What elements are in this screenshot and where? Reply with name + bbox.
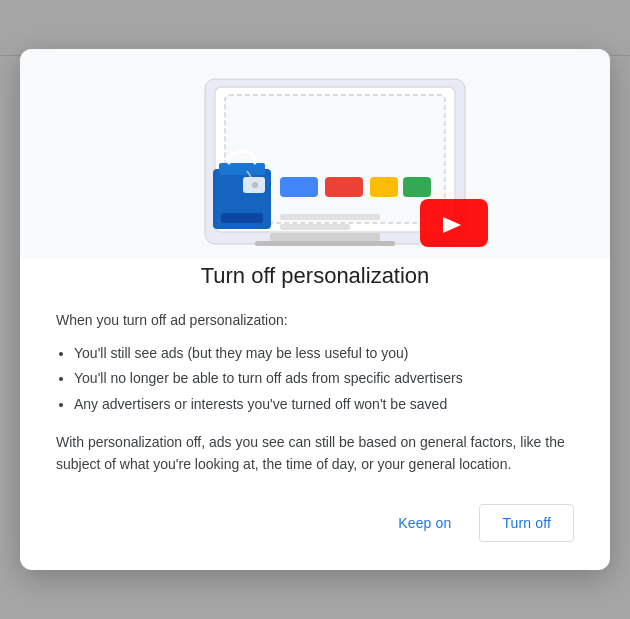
bullet-item-1: You'll still see ads (but they may be le… [74,342,574,366]
dialog-body: Turn off personalization When you turn o… [20,263,610,476]
bullet-item-3: Any advertisers or interests you've turn… [74,393,574,417]
svg-rect-4 [325,177,363,197]
svg-rect-6 [403,177,431,197]
svg-rect-3 [280,177,318,197]
dialog-bullet-list: You'll still see ads (but they may be le… [74,342,574,417]
svg-rect-16 [221,213,263,223]
svg-rect-12 [219,163,265,175]
svg-point-14 [252,182,258,188]
svg-rect-7 [280,214,380,220]
dialog-intro: When you turn off ad personalization: [56,309,574,331]
turn-off-button[interactable]: Turn off [479,504,574,542]
dialog-illustration [20,49,610,259]
dialog-outro: With personalization off, ads you see ca… [56,431,574,476]
illustration-svg [125,59,505,249]
dialog-title: Turn off personalization [56,263,574,289]
svg-rect-17 [270,233,380,241]
dialog-actions: Keep on Turn off [20,504,610,542]
svg-rect-18 [255,241,395,246]
keep-on-button[interactable]: Keep on [382,505,467,541]
svg-rect-8 [280,224,350,230]
svg-rect-5 [370,177,398,197]
dialog: Turn off personalization When you turn o… [20,49,610,570]
bullet-item-2: You'll no longer be able to turn off ads… [74,367,574,391]
